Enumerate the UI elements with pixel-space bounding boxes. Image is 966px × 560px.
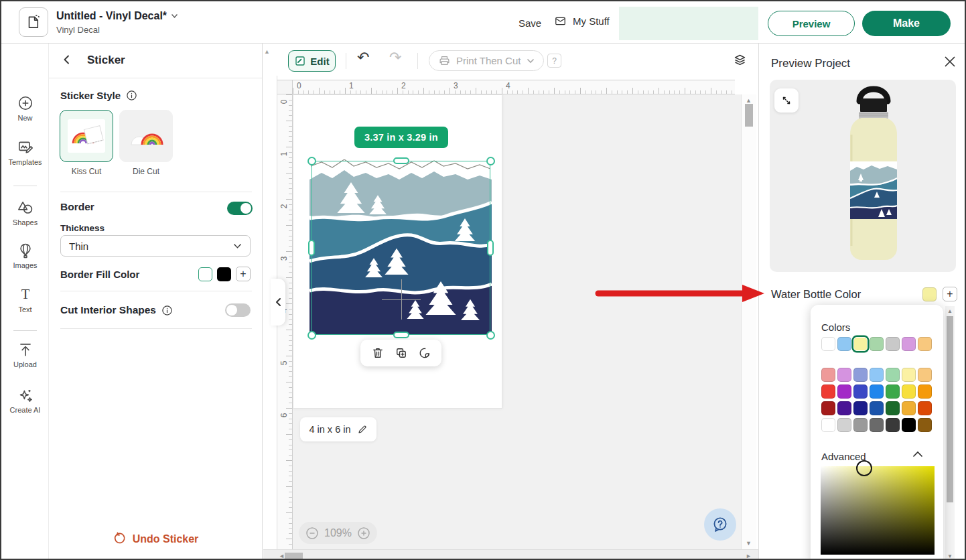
scrollbar-thumb[interactable] (745, 104, 753, 127)
expand-icon[interactable] (774, 88, 799, 113)
color-swatch[interactable] (837, 384, 851, 399)
color-swatch[interactable] (918, 384, 932, 399)
cut-interior-toggle[interactable] (225, 303, 251, 317)
sidebar-item-text[interactable]: T Text (1, 286, 49, 313)
color-swatch[interactable] (902, 401, 916, 415)
color-swatch[interactable] (886, 401, 900, 415)
selection-handle-bottom-right[interactable] (486, 331, 495, 340)
scroll-down-arrow[interactable]: ▼ (746, 540, 752, 547)
scroll-down-arrow[interactable]: ▼ (947, 553, 953, 559)
color-swatch[interactable] (918, 368, 932, 382)
selection-handle-right[interactable] (487, 240, 494, 256)
color-swatch[interactable] (853, 368, 868, 382)
canvas-horizontal-scrollbar[interactable]: ◄ ► (263, 549, 758, 560)
delete-button[interactable] (371, 346, 385, 360)
canvas-vertical-scrollbar[interactable]: ▲ ▼ (741, 94, 756, 549)
selection-box[interactable] (312, 161, 490, 335)
undo-sticker-button[interactable]: Undo Sticker (49, 532, 262, 546)
duplicate-button[interactable] (395, 346, 408, 360)
color-swatch[interactable] (886, 368, 900, 382)
color-swatch[interactable] (870, 418, 884, 432)
close-icon[interactable] (944, 56, 956, 68)
border-toggle[interactable] (227, 202, 253, 215)
my-stuff-button[interactable]: My Stuff (553, 15, 610, 27)
selection-handle-top-left[interactable] (307, 157, 316, 165)
sticker-style-die-cut[interactable]: Die Cut (119, 110, 173, 176)
color-swatch[interactable] (870, 368, 884, 382)
color-swatch[interactable] (853, 401, 868, 415)
sidebar-item-create-ai[interactable]: Create AI (1, 387, 49, 414)
color-swatch[interactable] (918, 401, 932, 415)
color-swatch[interactable] (837, 368, 851, 382)
zoom-in-button[interactable] (357, 527, 370, 540)
scrollbar-thumb[interactable] (947, 316, 953, 502)
make-button[interactable]: Make (862, 11, 951, 36)
canvas-viewport[interactable]: 3.37 in x 3.29 in (293, 94, 741, 549)
chevron-up-icon[interactable] (912, 451, 923, 458)
quick-color-swatch[interactable] (902, 337, 916, 351)
project-document-button[interactable] (19, 7, 48, 37)
quick-color-swatch[interactable] (837, 337, 851, 351)
scroll-up-arrow[interactable]: ▲ (746, 97, 752, 104)
preview-button[interactable]: Preview (768, 11, 855, 36)
thickness-select[interactable]: Thin (60, 235, 251, 257)
sidebar-item-images[interactable]: Images (1, 242, 49, 269)
selection-handle-top[interactable] (393, 157, 409, 164)
selection-handle-bottom[interactable] (393, 332, 409, 338)
mat-size-label[interactable]: 4 in x 6 in (300, 417, 376, 441)
sidebar-item-upload[interactable]: Upload (1, 341, 49, 368)
color-swatch[interactable] (821, 418, 835, 432)
undo-button[interactable]: ↶ (357, 49, 369, 66)
color-swatch[interactable] (853, 418, 868, 432)
color-swatch[interactable] (886, 384, 900, 399)
border-fill-swatch[interactable] (217, 267, 231, 281)
scroll-up-arrow[interactable]: ▲ (947, 308, 953, 314)
add-bottle-color-button[interactable]: + (943, 287, 957, 301)
quick-color-swatch[interactable] (853, 337, 868, 351)
redo-button[interactable]: ↷ (389, 49, 401, 66)
edit-button[interactable]: Edit (288, 50, 336, 72)
color-swatch[interactable] (902, 418, 916, 432)
sticker-options-button[interactable] (418, 346, 431, 360)
color-swatch[interactable] (870, 401, 884, 415)
add-border-color-button[interactable]: + (236, 267, 251, 281)
water-bottle-current-color[interactable] (922, 287, 937, 301)
advanced-gradient-picker[interactable] (821, 466, 935, 555)
info-icon[interactable] (161, 305, 173, 316)
selection-handle-top-right[interactable] (486, 157, 495, 165)
color-swatch[interactable] (870, 384, 884, 399)
save-button[interactable]: Save (519, 17, 541, 29)
scroll-left-arrow[interactable]: ◄ (279, 553, 285, 559)
selection-handle-left[interactable] (308, 240, 315, 256)
color-swatch[interactable] (821, 368, 835, 382)
color-swatch[interactable] (853, 384, 868, 399)
popup-scrollbar[interactable]: ▲ ▼ (945, 306, 955, 560)
quick-color-swatch[interactable] (918, 337, 932, 351)
color-swatch[interactable] (821, 401, 835, 415)
panel-collapse-tab[interactable] (271, 279, 285, 326)
quick-color-swatch[interactable] (886, 337, 900, 351)
print-then-cut-dropdown[interactable]: Print Then Cut (429, 50, 544, 71)
color-swatch[interactable] (886, 418, 900, 432)
color-swatch[interactable] (918, 418, 932, 432)
border-fill-swatch[interactable] (198, 267, 212, 281)
color-swatch[interactable] (902, 384, 916, 399)
scroll-right-arrow[interactable]: ► (746, 553, 752, 559)
project-title[interactable]: Untitled - Vinyl Decal* (56, 10, 178, 22)
color-swatch[interactable] (821, 384, 835, 399)
panel-scroll-up-arrow[interactable]: ▲ (264, 48, 270, 55)
color-swatch[interactable] (902, 368, 916, 382)
info-icon[interactable] (126, 90, 137, 101)
zoom-out-button[interactable] (305, 527, 319, 540)
quick-color-swatch[interactable] (870, 337, 884, 351)
quick-color-swatch[interactable] (821, 337, 835, 351)
scrollbar-thumb[interactable] (285, 553, 303, 559)
color-swatch[interactable] (837, 418, 851, 432)
gradient-picker-handle[interactable] (856, 460, 872, 476)
color-swatch[interactable] (837, 401, 851, 415)
help-tooltip-button[interactable]: ? (547, 54, 561, 68)
help-button[interactable] (704, 508, 736, 541)
layers-icon[interactable] (733, 53, 747, 67)
sidebar-item-shapes[interactable]: Shapes (1, 199, 49, 226)
selection-handle-bottom-left[interactable] (307, 331, 316, 340)
